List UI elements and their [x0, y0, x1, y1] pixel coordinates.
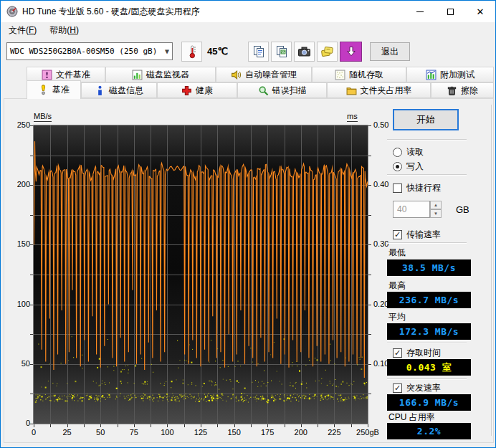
save-screenshot-button[interactable] — [340, 42, 362, 62]
x-tick-label: 150 — [220, 428, 249, 437]
y-left-tick — [30, 305, 33, 305]
x-tick — [368, 424, 368, 427]
checkbox-checked-icon: ✓ — [393, 230, 402, 239]
menu-help[interactable]: 帮助(H) — [43, 22, 85, 39]
exit-button[interactable]: 退出 — [370, 42, 410, 61]
cpu-usage-display: 2.2% — [387, 423, 471, 439]
separator — [387, 174, 467, 176]
spin-up-icon[interactable]: ▲ — [430, 201, 442, 209]
x-tick — [151, 424, 151, 427]
y-left-tick — [30, 394, 33, 394]
tab-extra-tests[interactable]: 附加测试 — [406, 67, 494, 82]
x-tick — [118, 424, 118, 427]
menu-file[interactable]: 文件(F) — [2, 22, 43, 39]
screenshot-button[interactable] — [294, 42, 315, 62]
cpu-usage-label: CPU 占用率 — [388, 411, 435, 424]
read-radio[interactable]: 读取 — [393, 146, 424, 158]
tab-label: 文件基准 — [56, 69, 90, 81]
maximize-button[interactable] — [435, 1, 465, 22]
x-tick — [201, 424, 201, 427]
magnifier-icon — [258, 85, 269, 96]
x-tick-label: 25 — [53, 428, 82, 437]
tab-erase[interactable]: 擦除 — [431, 82, 494, 98]
panel-edge-line — [491, 105, 492, 436]
temperature-value: 45℃ — [207, 46, 228, 57]
x-tick — [285, 424, 285, 427]
spin-down-icon[interactable]: ▼ — [430, 209, 442, 218]
thermometer-icon — [186, 44, 198, 59]
disk-monitor-icon — [132, 70, 143, 80]
x-tick — [134, 424, 135, 427]
access-time-label: 存取时间 — [406, 347, 441, 359]
y-left-unit: MB/s — [34, 112, 52, 122]
minimize-button[interactable] — [405, 1, 435, 22]
extra-tests-icon — [426, 70, 437, 80]
copy-screenshot-button[interactable] — [271, 42, 292, 62]
start-button[interactable]: 开始 — [393, 109, 459, 130]
x-tick — [351, 424, 352, 427]
tab-label: 附加测试 — [440, 69, 474, 81]
hdtune-window: HD Tune 专业版 5.60 - 硬盘/固态硬盘实用程序 ✕ 文件(F) 帮… — [0, 0, 496, 448]
y-right-tick — [368, 244, 371, 245]
y-left-tick-label: 50 — [6, 359, 30, 368]
separator — [387, 343, 467, 344]
y-right-tick — [368, 334, 371, 335]
y-right-tick — [368, 156, 371, 156]
tab-label: 健康 — [196, 85, 213, 97]
short-stroke-size-input[interactable]: 40 — [393, 201, 430, 218]
y-right-tick — [368, 185, 371, 186]
max-label: 最高 — [388, 280, 406, 292]
y-left-tick — [30, 334, 33, 335]
app-icon — [6, 6, 18, 17]
tab-label: 基准 — [52, 84, 70, 96]
x-tick — [301, 424, 302, 427]
x-tick — [267, 424, 268, 427]
write-radio[interactable]: 写入 — [393, 161, 424, 173]
x-tick-label: 225 — [320, 428, 348, 437]
y-left-tick — [30, 424, 33, 424]
camera-icon — [297, 46, 311, 57]
y-left-tick — [30, 215, 33, 216]
menu-bar: 文件(F) 帮助(H) — [1, 22, 495, 38]
tab-random-access[interactable]: 随机存取 — [312, 67, 406, 82]
x-tick-label: 50 — [86, 428, 115, 437]
y-left-tick — [30, 244, 33, 245]
avg-speed-display: 172.3 MB/s — [387, 323, 471, 340]
x-tick — [67, 424, 68, 427]
x-tick — [184, 424, 185, 427]
close-button[interactable]: ✕ — [465, 1, 495, 22]
separator — [387, 378, 467, 380]
y-right-tick — [368, 394, 371, 394]
read-label: 读取 — [406, 146, 424, 158]
x-tick — [334, 424, 335, 427]
tab-label: 磁盘信息 — [109, 85, 143, 97]
temperature-button[interactable] — [181, 42, 202, 62]
tab-benchmark[interactable]: 基准 — [27, 80, 81, 99]
tab-disk-monitor[interactable]: 磁盘监视器 — [105, 67, 216, 82]
short-stroke-stepper[interactable]: ▲ ▼ — [430, 201, 442, 218]
info-icon — [95, 85, 105, 96]
x-tick — [34, 424, 34, 427]
x-tick — [234, 424, 235, 427]
tab-disk-info[interactable]: 磁盘信息 — [81, 82, 157, 98]
x-tick-label: 100 — [153, 428, 181, 437]
save-results-button[interactable] — [317, 42, 338, 62]
y-left-tick-label: 150 — [6, 239, 30, 248]
short-stroke-checkbox[interactable]: 快捷行程 — [393, 182, 441, 194]
min-speed-display: 38.5 MB/s — [387, 259, 471, 276]
tab-folder-usage[interactable]: 文件夹占用率 — [327, 82, 431, 98]
save-disks-icon — [320, 45, 334, 58]
tab-health[interactable]: 健康 — [157, 82, 237, 98]
x-tick — [50, 424, 51, 427]
burst-rate-checkbox[interactable]: ✓ 突发速率 — [393, 382, 441, 394]
x-tick — [251, 424, 252, 427]
folder-icon — [346, 85, 357, 96]
tab-auto-acoustic[interactable]: 自动噪音管理 — [216, 67, 312, 82]
transfer-rate-checkbox[interactable]: ✓ 传输速率 — [393, 229, 441, 241]
tab-error-scan[interactable]: 错误扫描 — [237, 82, 327, 98]
copy-results-button[interactable] — [248, 42, 269, 62]
checkbox-icon — [393, 184, 402, 193]
drive-select[interactable]: WDC WDS250G2B0A-00SM50 (250 gB) ▼ — [6, 42, 173, 60]
access-time-checkbox[interactable]: ✓ 存取时间 — [393, 347, 441, 359]
write-label: 写入 — [406, 161, 424, 173]
